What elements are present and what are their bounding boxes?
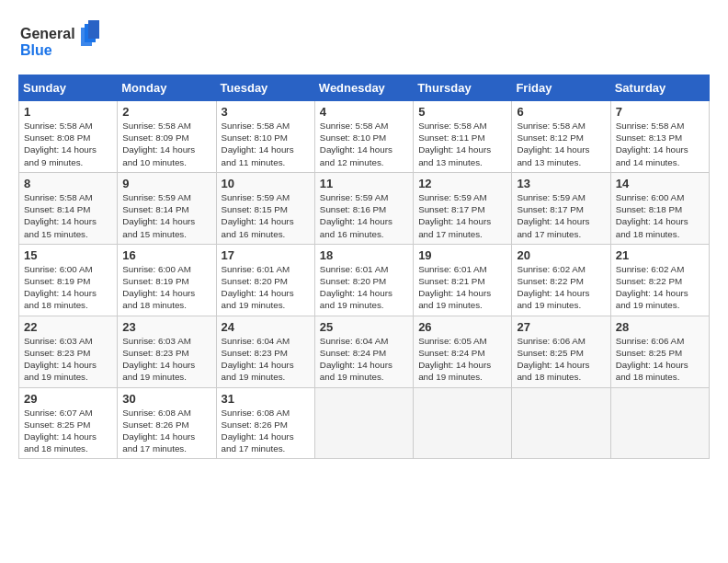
day-info: Sunrise: 5:59 AM Sunset: 8:15 PM Dayligh… xyxy=(222,191,310,240)
day-number: 20 xyxy=(517,248,605,262)
calendar-cell: 18Sunrise: 6:01 AM Sunset: 8:20 PM Dayli… xyxy=(314,244,413,316)
day-number: 17 xyxy=(222,248,310,262)
calendar-cell xyxy=(512,387,610,459)
day-number: 14 xyxy=(616,177,704,190)
calendar-cell: 14Sunrise: 6:00 AM Sunset: 8:18 PM Dayli… xyxy=(610,172,709,244)
calendar-cell: 2Sunrise: 5:58 AM Sunset: 8:09 PM Daylig… xyxy=(118,101,216,173)
day-info: Sunrise: 6:02 AM Sunset: 8:22 PM Dayligh… xyxy=(616,263,704,312)
day-number: 13 xyxy=(517,177,605,190)
day-info: Sunrise: 6:03 AM Sunset: 8:23 PM Dayligh… xyxy=(24,335,112,384)
day-info: Sunrise: 6:06 AM Sunset: 8:25 PM Dayligh… xyxy=(616,335,704,384)
calendar-cell: 29Sunrise: 6:07 AM Sunset: 8:25 PM Dayli… xyxy=(19,387,118,459)
calendar-cell: 13Sunrise: 5:59 AM Sunset: 8:17 PM Dayli… xyxy=(512,172,610,244)
calendar-cell: 1Sunrise: 5:58 AM Sunset: 8:08 PM Daylig… xyxy=(19,101,118,173)
svg-text:Blue: Blue xyxy=(20,42,52,58)
calendar-cell: 21Sunrise: 6:02 AM Sunset: 8:22 PM Dayli… xyxy=(610,244,709,316)
day-number: 10 xyxy=(222,177,310,190)
calendar-table: SundayMondayTuesdayWednesdayThursdayFrid… xyxy=(18,75,710,459)
day-info: Sunrise: 6:01 AM Sunset: 8:20 PM Dayligh… xyxy=(222,263,310,312)
day-info: Sunrise: 6:03 AM Sunset: 8:23 PM Dayligh… xyxy=(122,335,210,384)
day-info: Sunrise: 6:00 AM Sunset: 8:19 PM Dayligh… xyxy=(24,263,112,312)
logo: General Blue xyxy=(18,20,101,65)
day-number: 3 xyxy=(222,105,310,119)
day-info: Sunrise: 5:59 AM Sunset: 8:16 PM Dayligh… xyxy=(320,191,408,240)
calendar-cell: 16Sunrise: 6:00 AM Sunset: 8:19 PM Dayli… xyxy=(118,244,216,316)
day-info: Sunrise: 5:58 AM Sunset: 8:13 PM Dayligh… xyxy=(616,120,704,168)
calendar-cell xyxy=(414,387,512,459)
day-number: 31 xyxy=(222,392,310,406)
calendar-cell: 6Sunrise: 5:58 AM Sunset: 8:12 PM Daylig… xyxy=(512,101,610,173)
day-info: Sunrise: 5:59 AM Sunset: 8:17 PM Dayligh… xyxy=(418,191,506,240)
calendar-cell: 8Sunrise: 5:58 AM Sunset: 8:14 PM Daylig… xyxy=(19,172,118,244)
calendar-cell xyxy=(314,387,413,459)
day-number: 19 xyxy=(418,248,506,262)
day-info: Sunrise: 5:58 AM Sunset: 8:08 PM Dayligh… xyxy=(24,120,112,168)
calendar-cell: 10Sunrise: 5:59 AM Sunset: 8:15 PM Dayli… xyxy=(216,172,314,244)
day-info: Sunrise: 6:04 AM Sunset: 8:23 PM Dayligh… xyxy=(222,335,310,384)
day-number: 4 xyxy=(320,105,408,119)
day-info: Sunrise: 6:04 AM Sunset: 8:24 PM Dayligh… xyxy=(320,335,408,384)
svg-text:General: General xyxy=(20,26,75,41)
calendar-cell: 7Sunrise: 5:58 AM Sunset: 8:13 PM Daylig… xyxy=(610,101,709,173)
day-number: 12 xyxy=(418,177,506,190)
day-number: 7 xyxy=(616,105,704,119)
day-number: 27 xyxy=(517,320,605,334)
calendar-cell: 11Sunrise: 5:59 AM Sunset: 8:16 PM Dayli… xyxy=(314,172,413,244)
day-number: 29 xyxy=(24,392,112,406)
day-info: Sunrise: 5:58 AM Sunset: 8:12 PM Dayligh… xyxy=(517,120,605,168)
weekday-header-thursday: Thursday xyxy=(414,75,512,101)
calendar-cell: 23Sunrise: 6:03 AM Sunset: 8:23 PM Dayli… xyxy=(118,316,216,387)
calendar-week-row: 29Sunrise: 6:07 AM Sunset: 8:25 PM Dayli… xyxy=(19,387,710,459)
calendar-header: SundayMondayTuesdayWednesdayThursdayFrid… xyxy=(19,75,710,101)
day-number: 26 xyxy=(418,320,506,334)
weekday-header-tuesday: Tuesday xyxy=(216,75,314,101)
day-info: Sunrise: 6:05 AM Sunset: 8:24 PM Dayligh… xyxy=(418,335,506,384)
day-number: 1 xyxy=(24,105,112,119)
weekday-header-wednesday: Wednesday xyxy=(314,75,413,101)
day-number: 9 xyxy=(122,177,210,190)
day-info: Sunrise: 6:00 AM Sunset: 8:19 PM Dayligh… xyxy=(122,263,210,312)
day-number: 16 xyxy=(122,248,210,262)
day-number: 8 xyxy=(24,177,112,190)
logo-svg: General Blue xyxy=(18,20,101,62)
day-info: Sunrise: 6:00 AM Sunset: 8:18 PM Dayligh… xyxy=(616,191,704,240)
weekday-header-monday: Monday xyxy=(118,75,216,101)
calendar-cell: 3Sunrise: 5:58 AM Sunset: 8:10 PM Daylig… xyxy=(216,101,314,173)
calendar-cell: 4Sunrise: 5:58 AM Sunset: 8:10 PM Daylig… xyxy=(314,101,413,173)
calendar-cell: 24Sunrise: 6:04 AM Sunset: 8:23 PM Dayli… xyxy=(216,316,314,387)
calendar-cell: 25Sunrise: 6:04 AM Sunset: 8:24 PM Dayli… xyxy=(314,316,413,387)
calendar-cell: 17Sunrise: 6:01 AM Sunset: 8:20 PM Dayli… xyxy=(216,244,314,316)
day-info: Sunrise: 5:58 AM Sunset: 8:14 PM Dayligh… xyxy=(24,191,112,240)
day-number: 5 xyxy=(418,105,506,119)
day-number: 6 xyxy=(517,105,605,119)
day-info: Sunrise: 6:01 AM Sunset: 8:20 PM Dayligh… xyxy=(320,263,408,312)
calendar-cell: 5Sunrise: 5:58 AM Sunset: 8:11 PM Daylig… xyxy=(414,101,512,173)
day-number: 30 xyxy=(122,392,210,406)
day-number: 15 xyxy=(24,248,112,262)
svg-marker-4 xyxy=(88,20,99,39)
calendar-cell: 30Sunrise: 6:08 AM Sunset: 8:26 PM Dayli… xyxy=(118,387,216,459)
weekday-header-friday: Friday xyxy=(512,75,610,101)
calendar-cell: 31Sunrise: 6:08 AM Sunset: 8:26 PM Dayli… xyxy=(216,387,314,459)
day-info: Sunrise: 5:59 AM Sunset: 8:14 PM Dayligh… xyxy=(122,191,210,240)
day-info: Sunrise: 6:01 AM Sunset: 8:21 PM Dayligh… xyxy=(418,263,506,312)
day-info: Sunrise: 6:02 AM Sunset: 8:22 PM Dayligh… xyxy=(517,263,605,312)
day-number: 11 xyxy=(320,177,408,190)
calendar-cell: 22Sunrise: 6:03 AM Sunset: 8:23 PM Dayli… xyxy=(19,316,118,387)
calendar-week-row: 22Sunrise: 6:03 AM Sunset: 8:23 PM Dayli… xyxy=(19,316,710,387)
weekday-header-saturday: Saturday xyxy=(610,75,709,101)
day-number: 28 xyxy=(616,320,704,334)
calendar-cell: 20Sunrise: 6:02 AM Sunset: 8:22 PM Dayli… xyxy=(512,244,610,316)
day-info: Sunrise: 6:07 AM Sunset: 8:25 PM Dayligh… xyxy=(24,407,112,455)
calendar-week-row: 1Sunrise: 5:58 AM Sunset: 8:08 PM Daylig… xyxy=(19,101,710,173)
calendar-cell: 19Sunrise: 6:01 AM Sunset: 8:21 PM Dayli… xyxy=(414,244,512,316)
calendar-body: 1Sunrise: 5:58 AM Sunset: 8:08 PM Daylig… xyxy=(19,101,710,459)
day-number: 23 xyxy=(122,320,210,334)
day-number: 18 xyxy=(320,248,408,262)
day-number: 2 xyxy=(122,105,210,119)
day-info: Sunrise: 5:58 AM Sunset: 8:10 PM Dayligh… xyxy=(222,120,310,168)
day-number: 22 xyxy=(24,320,112,334)
day-info: Sunrise: 5:58 AM Sunset: 8:09 PM Dayligh… xyxy=(122,120,210,168)
weekday-header-sunday: Sunday xyxy=(19,75,118,101)
day-number: 24 xyxy=(222,320,310,334)
